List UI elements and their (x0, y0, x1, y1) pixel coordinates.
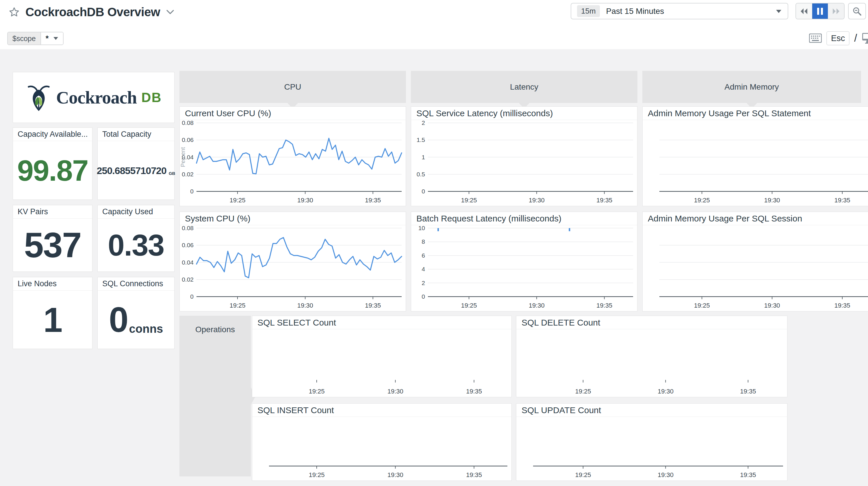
stat-card-capacity-available[interactable]: Capacity Available... 99.87 (13, 127, 92, 200)
stat-card-kv-pairs[interactable]: KV Pairs 537 (13, 205, 92, 272)
svg-text:0.08: 0.08 (182, 120, 194, 126)
slash-separator: / (854, 32, 857, 44)
group-header-operations[interactable]: Operations (180, 316, 251, 477)
chart-title: Current User CPU (%) (180, 107, 406, 120)
svg-text:19:25: 19:25 (575, 471, 591, 479)
fast-forward-button[interactable] (828, 3, 844, 19)
group-title: CPU (284, 82, 301, 92)
chart-plot: 19:2519:3019:35 (252, 417, 512, 481)
group-header-admin-memory[interactable]: Admin Memory (642, 71, 861, 103)
svg-text:19:35: 19:35 (596, 302, 612, 309)
esc-key-hint: Esc (827, 31, 849, 46)
svg-text:19:25: 19:25 (694, 197, 710, 204)
tv-mode-icon[interactable] (862, 32, 868, 44)
svg-text:19:30: 19:30 (297, 302, 313, 309)
svg-text:19:35: 19:35 (466, 388, 482, 395)
svg-text:0.06: 0.06 (182, 137, 194, 143)
svg-text:19:35: 19:35 (834, 302, 850, 309)
svg-text:19:35: 19:35 (365, 197, 381, 204)
chart-title: SQL DELETE Count (516, 316, 787, 329)
group-header-latency[interactable]: Latency (411, 71, 638, 103)
chart-admin-memory-per-session[interactable]: Admin Memory Usage Per SQL Session 19:25… (642, 211, 868, 311)
chart-sql-update-count[interactable]: SQL UPDATE Count 19:2519:3019:35 (516, 403, 787, 481)
zoom-out-button[interactable] (848, 3, 866, 19)
svg-text:19:30: 19:30 (764, 302, 780, 309)
keyboard-icon[interactable] (809, 33, 822, 43)
svg-text:1: 1 (422, 154, 425, 161)
chart-sql-select-count[interactable]: SQL SELECT Count 19:2519:3019:35 (252, 316, 512, 397)
favorite-star-icon[interactable] (9, 7, 20, 18)
chart-plot: 024681019:2519:3019:35 (411, 226, 637, 311)
logo-brand-text: Cockroach (56, 87, 137, 108)
stat-card-sql-connections[interactable]: SQL Connections 0conns (97, 277, 175, 349)
stat-value: 0.33 (108, 230, 164, 260)
svg-text:19:30: 19:30 (764, 197, 780, 204)
scope-caret-icon (53, 37, 58, 40)
svg-text:19:30: 19:30 (297, 197, 313, 204)
chart-plot: 00.020.040.060.0819:2519:3019:35 (180, 226, 406, 311)
svg-text:19:25: 19:25 (229, 302, 245, 309)
svg-text:19:30: 19:30 (658, 471, 674, 479)
stat-card-title: SQL Connections (98, 277, 174, 291)
chart-system-cpu[interactable]: System CPU (%) 00.020.040.060.0819:2519:… (180, 211, 406, 311)
dashboard-header: CockroachDB Overview (9, 5, 175, 19)
chart-title: Batch Request Latency (milliseconds) (411, 212, 637, 225)
stat-card-live-nodes[interactable]: Live Nodes 1 (13, 277, 92, 349)
template-variable-scope[interactable]: $scope * (7, 32, 64, 45)
title-menu-chevron-icon[interactable] (166, 9, 175, 15)
svg-text:0.02: 0.02 (182, 276, 194, 283)
stat-card-title: KV Pairs (13, 205, 92, 219)
svg-text:19:30: 19:30 (388, 471, 403, 479)
chart-current-user-cpu[interactable]: Current User CPU (%) 00.020.040.060.0819… (180, 106, 406, 206)
template-variable-name: $scope (8, 32, 41, 45)
template-variable-value-dropdown[interactable]: * (41, 32, 63, 45)
chart-sql-insert-count[interactable]: SQL INSERT Count 19:2519:3019:35 (252, 403, 512, 481)
cockroachdb-logo-card[interactable]: Cockroach DB (13, 72, 175, 123)
svg-text:19:35: 19:35 (596, 197, 612, 204)
time-range-caret-icon (776, 9, 782, 13)
svg-text:0.08: 0.08 (182, 226, 194, 231)
svg-text:19:25: 19:25 (461, 302, 477, 309)
stat-unit: conns (129, 323, 163, 335)
svg-text:8: 8 (422, 238, 425, 245)
shortcut-hints: Esc / (809, 30, 868, 46)
svg-text:0: 0 (190, 293, 194, 300)
chart-title: SQL INSERT Count (252, 404, 512, 417)
stat-unit: GB (169, 171, 176, 175)
svg-text:2: 2 (422, 280, 425, 286)
chart-batch-request-latency[interactable]: Batch Request Latency (milliseconds) 024… (411, 211, 638, 311)
stat-card-total-capacity[interactable]: Total Capacity 250.6855710720GB (97, 127, 175, 200)
stat-value: 0 (109, 302, 128, 337)
chart-title: SQL Service Latency (milliseconds) (411, 107, 637, 120)
chart-sql-delete-count[interactable]: SQL DELETE Count 19:2519:3019:35 (516, 316, 787, 397)
cockroachdb-bug-icon (25, 82, 52, 112)
template-variable-value: * (45, 34, 49, 43)
svg-text:0.06: 0.06 (182, 242, 194, 248)
playback-controls (796, 3, 845, 19)
chart-admin-memory-per-statement[interactable]: Admin Memory Usage Per SQL Statement 19:… (642, 106, 868, 206)
stat-value: 250.6855710720 (97, 166, 166, 175)
svg-text:0: 0 (422, 293, 425, 300)
stat-card-capacity-used[interactable]: Capacity Used 0.33 (97, 205, 175, 272)
rewind-button[interactable] (796, 3, 812, 19)
group-title: Operations (180, 316, 251, 334)
logo-suffix-text: DB (141, 90, 161, 105)
chart-plot: 19:2519:3019:35 (643, 226, 868, 311)
pause-button[interactable] (812, 3, 828, 19)
svg-text:6: 6 (422, 252, 425, 259)
chart-title: System CPU (%) (180, 212, 406, 225)
stat-value: 1 (43, 303, 62, 337)
svg-text:19:25: 19:25 (575, 388, 591, 395)
svg-text:19:25: 19:25 (309, 388, 324, 395)
chart-title: SQL UPDATE Count (516, 404, 787, 417)
stat-value: 99.87 (17, 156, 88, 185)
stat-card-title: Capacity Used (98, 205, 174, 219)
group-header-cpu[interactable]: CPU (180, 71, 406, 103)
svg-text:0.5: 0.5 (417, 171, 425, 177)
group-title: Latency (510, 82, 538, 92)
chart-sql-service-latency[interactable]: SQL Service Latency (milliseconds) 00.51… (411, 106, 638, 206)
chart-plot: 00.020.040.060.0819:2519:3019:35Percent (180, 120, 406, 206)
time-range-selector[interactable]: 15m Past 15 Minutes (571, 3, 788, 19)
svg-text:19:35: 19:35 (740, 471, 756, 479)
svg-text:10: 10 (418, 226, 425, 231)
